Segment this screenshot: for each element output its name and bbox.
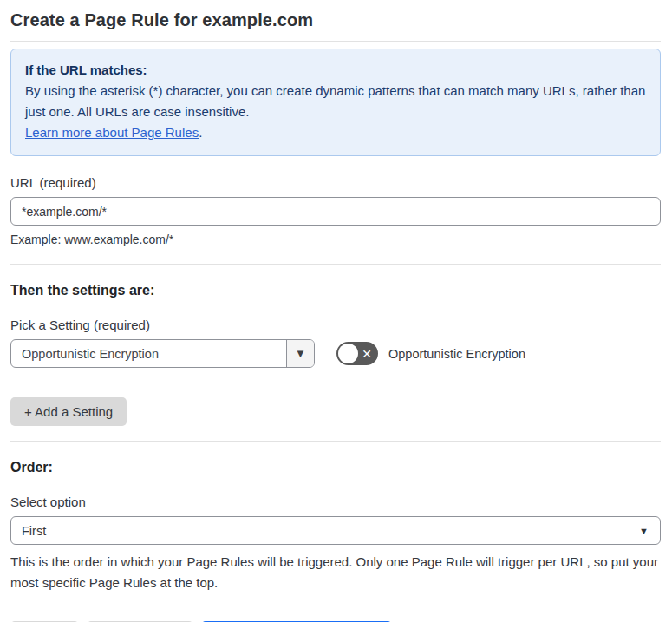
toggle-off-x-icon: ✕	[362, 348, 372, 360]
pick-setting-label: Pick a Setting (required)	[10, 318, 661, 332]
opportunistic-encryption-toggle[interactable]: ✕	[336, 342, 378, 365]
url-input[interactable]	[10, 197, 661, 226]
setting-dropdown-value: Opportunistic Encryption	[11, 340, 286, 367]
page-title: Create a Page Rule for example.com	[10, 10, 661, 30]
toggle-knob	[338, 344, 358, 363]
title-divider	[10, 41, 661, 42]
select-caret-icon: ▼	[639, 526, 649, 536]
settings-section-divider	[10, 441, 661, 442]
page-rule-form: Create a Page Rule for example.com If th…	[0, 0, 672, 622]
order-heading: Order:	[10, 460, 661, 475]
add-setting-button[interactable]: + Add a Setting	[10, 397, 127, 426]
info-box-heading: If the URL matches:	[25, 60, 646, 81]
toggle-label: Opportunistic Encryption	[388, 347, 525, 361]
setting-row: Opportunistic Encryption ▼ ✕ Opportunist…	[10, 339, 661, 368]
order-select[interactable]: First ▼	[10, 516, 661, 545]
info-box-link-line: Learn more about Page Rules.	[25, 122, 646, 143]
url-section-divider	[10, 264, 661, 265]
setting-dropdown-caret-button[interactable]: ▼	[286, 340, 314, 367]
select-option-label: Select option	[10, 494, 661, 509]
learn-more-link[interactable]: Learn more about Page Rules	[25, 125, 199, 140]
setting-toggle-group: ✕ Opportunistic Encryption	[336, 342, 525, 365]
order-help-text: This is the order in which your Page Rul…	[10, 552, 661, 593]
setting-dropdown[interactable]: Opportunistic Encryption ▼	[10, 339, 315, 368]
info-box-body: By using the asterisk (*) character, you…	[25, 81, 646, 122]
chevron-down-icon: ▼	[295, 347, 306, 360]
link-period: .	[199, 125, 202, 140]
order-select-value: First	[22, 524, 46, 538]
url-label: URL (required)	[10, 175, 661, 190]
url-matches-info-box: If the URL matches: By using the asteris…	[10, 49, 661, 156]
settings-heading: Then the settings are:	[10, 283, 661, 298]
footer-divider	[10, 606, 661, 606]
url-example-text: Example: www.example.com/*	[10, 232, 661, 246]
